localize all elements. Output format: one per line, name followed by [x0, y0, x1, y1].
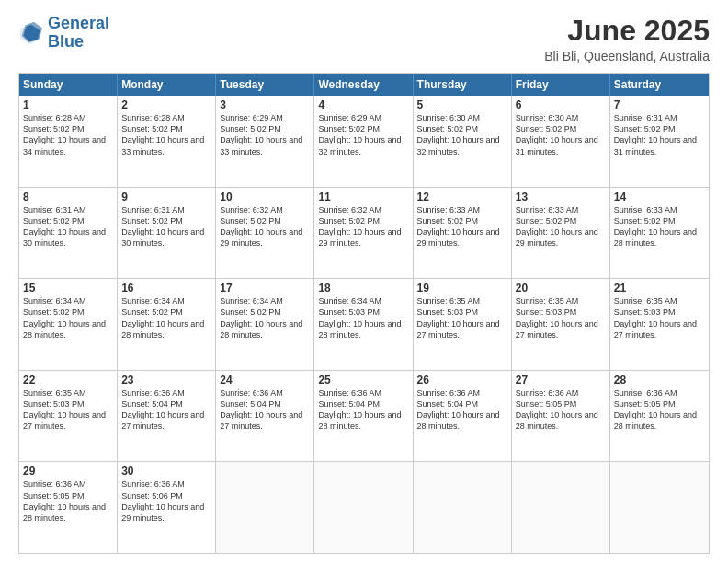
cell-info: Sunrise: 6:33 AMSunset: 5:02 PMDaylight:…: [417, 204, 507, 249]
cal-cell-empty-6: [610, 462, 709, 553]
day-number: 19: [417, 282, 507, 294]
cell-info: Sunrise: 6:36 AMSunset: 5:06 PMDaylight:…: [121, 478, 211, 523]
cal-cell-18: 18Sunrise: 6:34 AMSunset: 5:03 PMDayligh…: [314, 279, 413, 370]
calendar-body: 1Sunrise: 6:28 AMSunset: 5:02 PMDaylight…: [19, 96, 709, 553]
cal-cell-17: 17Sunrise: 6:34 AMSunset: 5:02 PMDayligh…: [216, 279, 314, 370]
cell-info: Sunrise: 6:30 AMSunset: 5:02 PMDaylight:…: [516, 112, 606, 157]
cal-cell-30: 30Sunrise: 6:36 AMSunset: 5:06 PMDayligh…: [118, 462, 216, 553]
cell-info: Sunrise: 6:34 AMSunset: 5:02 PMDaylight:…: [220, 295, 310, 340]
cal-cell-9: 9Sunrise: 6:31 AMSunset: 5:02 PMDaylight…: [118, 188, 216, 279]
day-number: 15: [23, 282, 113, 294]
cal-cell-6: 6Sunrise: 6:30 AMSunset: 5:02 PMDaylight…: [512, 96, 610, 187]
day-number: 2: [121, 98, 211, 111]
cell-info: Sunrise: 6:28 AMSunset: 5:02 PMDaylight:…: [121, 112, 211, 157]
cell-info: Sunrise: 6:36 AMSunset: 5:05 PMDaylight:…: [614, 387, 705, 432]
cell-info: Sunrise: 6:36 AMSunset: 5:04 PMDaylight:…: [417, 387, 507, 432]
cal-cell-empty-3: [314, 462, 413, 553]
day-number: 17: [220, 282, 310, 294]
cal-cell-empty-5: [512, 462, 610, 553]
day-number: 28: [614, 373, 705, 386]
day-number: 26: [417, 373, 507, 386]
page: General Blue June 2025 Bli Bli, Queensla…: [0, 0, 728, 563]
cal-cell-15: 15Sunrise: 6:34 AMSunset: 5:02 PMDayligh…: [19, 279, 118, 370]
cell-info: Sunrise: 6:34 AMSunset: 5:02 PMDaylight:…: [23, 295, 113, 340]
calendar-row-1: 8Sunrise: 6:31 AMSunset: 5:02 PMDaylight…: [19, 187, 709, 279]
cal-cell-empty-2: [216, 462, 314, 553]
day-number: 29: [23, 465, 113, 477]
cal-cell-27: 27Sunrise: 6:36 AMSunset: 5:05 PMDayligh…: [512, 371, 610, 462]
header-day-wednesday: Wednesday: [314, 74, 413, 96]
day-number: 3: [220, 98, 310, 111]
cell-info: Sunrise: 6:31 AMSunset: 5:02 PMDaylight:…: [614, 112, 705, 157]
day-number: 13: [516, 190, 606, 203]
cal-cell-26: 26Sunrise: 6:36 AMSunset: 5:04 PMDayligh…: [414, 371, 512, 462]
cell-info: Sunrise: 6:35 AMSunset: 5:03 PMDaylight:…: [516, 295, 606, 340]
cal-cell-13: 13Sunrise: 6:33 AMSunset: 5:02 PMDayligh…: [512, 188, 610, 279]
day-number: 11: [318, 190, 408, 203]
cal-cell-12: 12Sunrise: 6:33 AMSunset: 5:02 PMDayligh…: [414, 188, 512, 279]
logo-icon: [18, 20, 44, 46]
cell-info: Sunrise: 6:30 AMSunset: 5:02 PMDaylight:…: [417, 112, 507, 157]
cal-cell-3: 3Sunrise: 6:29 AMSunset: 5:02 PMDaylight…: [216, 96, 314, 187]
cell-info: Sunrise: 6:33 AMSunset: 5:02 PMDaylight:…: [516, 204, 606, 249]
header: General Blue June 2025 Bli Bli, Queensla…: [18, 15, 710, 63]
cal-cell-16: 16Sunrise: 6:34 AMSunset: 5:02 PMDayligh…: [118, 279, 216, 370]
logo: General Blue: [18, 15, 109, 52]
cal-cell-28: 28Sunrise: 6:36 AMSunset: 5:05 PMDayligh…: [610, 371, 709, 462]
day-number: 8: [23, 190, 113, 203]
day-number: 27: [516, 373, 606, 386]
header-day-thursday: Thursday: [414, 74, 512, 96]
cell-info: Sunrise: 6:36 AMSunset: 5:04 PMDaylight:…: [220, 387, 310, 432]
cal-cell-10: 10Sunrise: 6:32 AMSunset: 5:02 PMDayligh…: [216, 188, 314, 279]
day-number: 4: [318, 98, 408, 111]
calendar-row-3: 22Sunrise: 6:35 AMSunset: 5:03 PMDayligh…: [19, 370, 709, 462]
day-number: 20: [516, 282, 606, 294]
day-number: 23: [121, 373, 211, 386]
cal-cell-4: 4Sunrise: 6:29 AMSunset: 5:02 PMDaylight…: [314, 96, 413, 187]
cal-cell-23: 23Sunrise: 6:36 AMSunset: 5:04 PMDayligh…: [118, 371, 216, 462]
calendar-row-0: 1Sunrise: 6:28 AMSunset: 5:02 PMDaylight…: [19, 96, 709, 187]
cell-info: Sunrise: 6:31 AMSunset: 5:02 PMDaylight:…: [121, 204, 211, 249]
logo-line2: Blue: [48, 32, 84, 51]
cell-info: Sunrise: 6:31 AMSunset: 5:02 PMDaylight:…: [23, 204, 113, 249]
cal-cell-20: 20Sunrise: 6:35 AMSunset: 5:03 PMDayligh…: [512, 279, 610, 370]
cell-info: Sunrise: 6:28 AMSunset: 5:02 PMDaylight:…: [23, 112, 113, 157]
cell-info: Sunrise: 6:36 AMSunset: 5:04 PMDaylight:…: [121, 387, 211, 432]
cell-info: Sunrise: 6:32 AMSunset: 5:02 PMDaylight:…: [220, 204, 310, 249]
cell-info: Sunrise: 6:29 AMSunset: 5:02 PMDaylight:…: [220, 112, 310, 157]
logo-text: General Blue: [48, 15, 109, 52]
header-day-saturday: Saturday: [610, 74, 709, 96]
month-title: June 2025: [544, 15, 710, 47]
cal-cell-29: 29Sunrise: 6:36 AMSunset: 5:05 PMDayligh…: [19, 462, 118, 553]
day-number: 5: [417, 98, 507, 111]
day-number: 21: [614, 282, 705, 294]
day-number: 16: [121, 282, 211, 294]
cell-info: Sunrise: 6:35 AMSunset: 5:03 PMDaylight:…: [23, 387, 113, 432]
cell-info: Sunrise: 6:33 AMSunset: 5:02 PMDaylight:…: [614, 204, 705, 249]
location: Bli Bli, Queensland, Australia: [544, 49, 710, 63]
title-block: June 2025 Bli Bli, Queensland, Australia: [544, 15, 710, 63]
cell-info: Sunrise: 6:29 AMSunset: 5:02 PMDaylight:…: [318, 112, 408, 157]
cal-cell-11: 11Sunrise: 6:32 AMSunset: 5:02 PMDayligh…: [314, 188, 413, 279]
cal-cell-2: 2Sunrise: 6:28 AMSunset: 5:02 PMDaylight…: [118, 96, 216, 187]
cal-cell-1: 1Sunrise: 6:28 AMSunset: 5:02 PMDaylight…: [19, 96, 118, 187]
cal-cell-empty-4: [414, 462, 512, 553]
day-number: 6: [516, 98, 606, 111]
cell-info: Sunrise: 6:34 AMSunset: 5:02 PMDaylight:…: [121, 295, 211, 340]
day-number: 10: [220, 190, 310, 203]
calendar-row-2: 15Sunrise: 6:34 AMSunset: 5:02 PMDayligh…: [19, 278, 709, 370]
cal-cell-5: 5Sunrise: 6:30 AMSunset: 5:02 PMDaylight…: [414, 96, 512, 187]
header-day-monday: Monday: [118, 74, 216, 96]
cell-info: Sunrise: 6:35 AMSunset: 5:03 PMDaylight:…: [417, 295, 507, 340]
cal-cell-14: 14Sunrise: 6:33 AMSunset: 5:02 PMDayligh…: [610, 188, 709, 279]
day-number: 25: [318, 373, 408, 386]
cal-cell-21: 21Sunrise: 6:35 AMSunset: 5:03 PMDayligh…: [610, 279, 709, 370]
cell-info: Sunrise: 6:34 AMSunset: 5:03 PMDaylight:…: [318, 295, 408, 340]
day-number: 22: [23, 373, 113, 386]
header-day-sunday: Sunday: [19, 74, 118, 96]
cal-cell-22: 22Sunrise: 6:35 AMSunset: 5:03 PMDayligh…: [19, 371, 118, 462]
cal-cell-8: 8Sunrise: 6:31 AMSunset: 5:02 PMDaylight…: [19, 188, 118, 279]
day-number: 7: [614, 98, 705, 111]
header-day-tuesday: Tuesday: [216, 74, 314, 96]
day-number: 14: [614, 190, 705, 203]
